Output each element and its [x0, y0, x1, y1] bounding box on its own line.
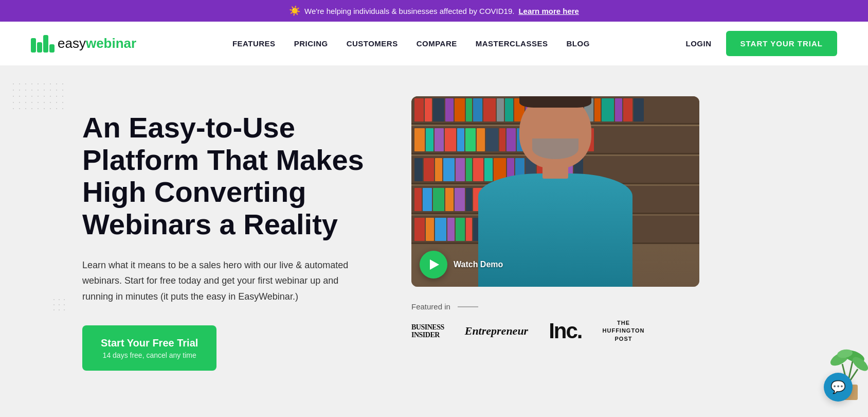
start-trial-button[interactable]: START YOUR TRIAL [726, 31, 837, 56]
banner-text: We're helping individuals & businesses a… [304, 7, 514, 15]
nav-blog[interactable]: BLOG [566, 39, 589, 48]
announcement-banner: ☀️ We're helping individuals & businesse… [0, 0, 868, 22]
cta-subtitle: 14 days free, cancel any time [101, 351, 198, 359]
nav-features[interactable]: FEATURES [232, 39, 276, 48]
watch-demo-label: Watch Demo [454, 260, 503, 269]
hero-title: An Easy-to-Use Platform That Makes High … [82, 112, 381, 241]
chat-button[interactable]: 💬 [824, 373, 853, 402]
play-icon [430, 259, 439, 270]
play-button[interactable] [420, 251, 447, 279]
logo-text: easywebinar [58, 36, 136, 51]
logo[interactable]: easywebinar [31, 35, 136, 53]
main-header: easywebinar FEATURES PRICING CUSTOMERS C… [0, 22, 868, 65]
huffington-post-logo: The Huffington Post [603, 319, 645, 343]
hero-section: An Easy-to-Use Platform That Makes High … [0, 65, 868, 405]
nav-customers[interactable]: CUSTOMERS [347, 39, 398, 48]
dots-decoration-bottom [51, 297, 67, 312]
hero-left: An Easy-to-Use Platform That Makes High … [82, 96, 381, 371]
hero-description: Learn what it means to be a sales hero w… [82, 257, 360, 305]
sun-icon: ☀️ [289, 5, 300, 16]
featured-logos: Business Insider Entrepreneur Inc. The H… [411, 319, 699, 343]
login-button[interactable]: LOGIN [686, 39, 712, 48]
dots-decoration-top [10, 81, 67, 112]
featured-section: Featured in Business Insider Entrepreneu… [411, 302, 699, 343]
inc-logo: Inc. [549, 319, 582, 343]
nav-masterclasses[interactable]: MASTERCLASSES [476, 39, 548, 48]
chat-icon: 💬 [830, 380, 846, 394]
video-container[interactable]: Watch Demo [411, 96, 699, 287]
hero-right: Watch Demo Featured in Business Insider … [411, 96, 837, 343]
header-actions: LOGIN START YOUR TRIAL [686, 31, 837, 56]
free-trial-button[interactable]: Start Your Free Trial 14 days free, canc… [82, 325, 216, 371]
business-insider-logo: Business Insider [411, 323, 444, 339]
nav-pricing[interactable]: PRICING [294, 39, 328, 48]
video-controls: Watch Demo [420, 251, 503, 279]
entrepreneur-logo: Entrepreneur [465, 325, 528, 337]
featured-label-text: Featured in [411, 302, 450, 311]
cta-title: Start Your Free Trial [101, 337, 198, 349]
featured-label: Featured in [411, 302, 699, 311]
featured-divider [458, 306, 478, 307]
main-nav: FEATURES PRICING CUSTOMERS COMPARE MASTE… [232, 39, 590, 48]
nav-compare[interactable]: COMPARE [417, 39, 457, 48]
banner-link[interactable]: Learn more here [518, 7, 579, 15]
logo-icon [31, 35, 55, 53]
